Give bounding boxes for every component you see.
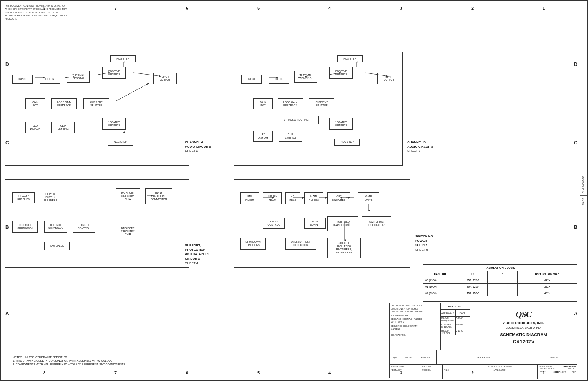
block-filter-a: FILTER	[40, 75, 60, 84]
col-marker-2: 2	[437, 6, 508, 11]
block-loop-gain-b: LOOP GAINFEEDBACK	[278, 98, 303, 109]
power-supply-container: EMIFILTER INRUSHRELAY ACRECT MAINFILTERS…	[234, 179, 410, 268]
vertical-sidebar: SH-024001-00 CAPS	[579, 1, 587, 380]
block-main-filters: MAINFILTERS	[304, 192, 323, 204]
tab-row3-f1: 15A, 250V	[467, 292, 479, 295]
title-block: UNLESS OTHERWISE SPECIFIED DIMENSIONS AR…	[389, 303, 577, 378]
col-marker-6: 6	[151, 6, 223, 11]
block-current-splitter-a: CURRENTSPLITTER	[83, 98, 109, 109]
row-marker-d-right: D	[574, 62, 577, 67]
block-switching-oscillator: SWITCHINGOSCILLATOR	[362, 216, 391, 231]
block-current-splitter-b: CURRENTSPLITTER	[309, 98, 334, 109]
col-marker-bot-7: 7	[80, 370, 151, 375]
block-dataport-ch-a: DATAPORTCIRCUITRYCH A	[116, 188, 140, 204]
col-marker-3: 3	[365, 6, 437, 11]
tabulation-block: TABULATION BLOCK DASH NO. F1 △ R321, 322…	[423, 264, 577, 302]
block-led-display-b: LEDDISPLAY	[253, 131, 273, 142]
block-isolated-rectifiers: ISOLATEDHIGH FREQRECTIFIERS,FILTER CAPS	[327, 238, 361, 258]
note-notes: NOTES: UNLESS OTHERWISE SPECIFIED	[13, 356, 209, 359]
notes-area: NOTES: UNLESS OTHERWISE SPECIFIED 1. THI…	[13, 356, 209, 366]
tab-row2-dash: -01 (100V)	[425, 285, 437, 288]
channel-b-container: INPUT FILTER THERMALSENSING POSITIVEOUTP…	[234, 52, 403, 166]
block-hd15-connector: HD-15DATAPORTCONNECTOR	[145, 188, 172, 204]
channel-b-label: CHANNEL BAUDIO CIRCUITSSHEET 3	[407, 140, 433, 153]
proprietary-notice: THIS DOCUMENT CONTAINS PROPRIETARY INFOR…	[3, 3, 69, 22]
block-pos-step-a: POS STEP	[110, 55, 136, 62]
col-marker-bot-4: 4	[294, 370, 365, 375]
col-marker-7: 7	[80, 6, 151, 11]
block-op-amp-supplies: OP-AMPSUPPLIES	[12, 192, 35, 203]
block-overcurrent-detection: OVERCURRENTDETECTION	[285, 238, 316, 250]
col-marker-1: 1	[508, 6, 579, 11]
block-negative-outputs-a: NEGATIVEOUTPUTS	[102, 118, 126, 130]
tab-header-r321: R321, 322, 326, 328 △	[535, 273, 559, 275]
block-thermal-sensing-a: THERMALSENSING	[67, 71, 90, 83]
wp-field: WP-024001-XX NEXT ASSY	[390, 365, 421, 379]
row-marker-b-right: B	[574, 224, 577, 230]
block-spkr-output-a: SPKROUTPUT	[153, 73, 177, 84]
block-input-b: INPUT	[241, 75, 262, 84]
row-marker-c-right: C	[574, 140, 577, 146]
block-gain-pot-b: GAINPOT	[253, 98, 273, 109]
block-filter-b: FILTER	[269, 75, 289, 84]
block-dc-fault-shutdown: DC FAULTSHUTDOWN	[12, 221, 38, 233]
block-shutdown-triggers: SHUTDOWNTRIGGERS	[240, 238, 266, 250]
tab-row3-dash: -02 (230V)	[425, 292, 437, 295]
col-marker-4: 4	[294, 6, 365, 11]
schematic-page: 8 7 6 5 4 3 2 1 8 7 6 5 4 3 2 1 D C B A …	[0, 0, 588, 381]
tab-row2-r321: 392K	[544, 285, 550, 288]
block-power-supply-bleeders: POWERSUPPLYBLEEDERS	[40, 190, 61, 205]
channel-a-container: INPUT FILTER THERMALSENSING POSITIVEOUTP…	[5, 52, 189, 166]
block-gain-pot-a: GAINPOT	[25, 98, 45, 109]
block-negative-outputs-b: NEGATIVEOUTPUTS	[329, 118, 353, 130]
block-to-mute-control: TO MUTECONTROL	[73, 221, 95, 233]
tab-row2-f1: 30A, 125V	[467, 285, 479, 288]
block-dataport-ch-b: DATAPORTCIRCUITRYCH B	[116, 224, 140, 239]
tab-row1-dash: -00 (120V)	[425, 279, 437, 282]
block-ac-rect: ACRECT	[285, 192, 300, 204]
block-thermal-sensing-b: THERMALSENSING	[294, 71, 317, 83]
switching-power-supply-label: SWITCHINGPOWERSUPPLYSHEET 5	[415, 234, 433, 252]
note-1: 1. THIS DRAWING USED IN CONJUNCTION WITH…	[13, 359, 209, 362]
drg-field: SCALE NONE CAD SEED FILE NO. SH-024001-0…	[538, 365, 577, 379]
approvals-column: PARTS LIST APPROVALS DATE DRAWNPAT QUILT…	[441, 303, 470, 350]
block-thermal-shutdown: THERMALSHUTDOWN	[44, 221, 67, 233]
block-neg-step-a: NEG STEP	[108, 139, 133, 146]
block-igbt-switches: IGBTSWITCHES	[327, 192, 350, 204]
block-bias-supply: BIASSUPPLY	[304, 218, 326, 229]
col-marker-5: 5	[223, 6, 294, 11]
tab-row1-r321: 487K	[544, 279, 550, 282]
block-positive-outputs-a: POSITIVEOUTPUTS	[102, 67, 126, 79]
vertical-drawing-no: SH-024001-00	[582, 176, 584, 194]
support-label: SUPPORT,PROTECTIONAND DATAPORTCIRCUITSSH…	[185, 243, 210, 265]
tabulation-title: TABULATION BLOCK	[485, 266, 515, 270]
bottom-row-1: QTY ITEM NO. PART NO. DESCRIPTION VENDOR	[390, 350, 577, 365]
block-input-a: INPUT	[12, 75, 33, 84]
vertical-caps: CAPS	[582, 198, 584, 205]
block-fan-speed: FAN SPEED	[44, 242, 70, 250]
block-br-mono-routing: BR MONO ROUTING	[274, 116, 319, 124]
block-neg-step-b: NEG STEP	[334, 139, 360, 146]
block-clip-limiting-a: CLIPLIMITING	[51, 122, 75, 133]
cx-field: CX 1202V USED ON	[421, 365, 443, 379]
block-gate-drive: GATEDRIVE	[358, 192, 379, 204]
channel-a-label: CHANNEL AAUDIO CIRCUITSSHEET 2	[185, 140, 211, 153]
col-markers-top: 8 7 6 5 4 3 2 1	[9, 5, 579, 12]
application-field: DO NOT SCALE DRAWING APPLICATION	[462, 365, 538, 379]
tolerances-column: UNLESS OTHERWISE SPECIFIED DIMENSIONS AR…	[390, 303, 441, 350]
row-marker-a: A	[5, 311, 9, 316]
col-marker-bot-5: 5	[223, 370, 294, 375]
block-loop-gain-a: LOOP GAINFEEDBACK	[51, 98, 77, 109]
bottom-row-2: WP-024001-XX NEXT ASSY CX 1202V USED ON …	[390, 365, 577, 379]
col-marker-bot-6: 6	[151, 370, 223, 375]
tab-header-f1: F1	[471, 273, 474, 275]
block-inrush-relay: INRUSHRELAY	[263, 192, 282, 204]
block-relay-control: RELAYCONTROL	[263, 218, 285, 229]
block-emi-filter: EMIFILTER	[240, 192, 259, 204]
block-led-display-a: LEDDISPLAY	[25, 122, 45, 133]
tab-row3-r321: 487K	[544, 292, 550, 295]
support-container: OP-AMPSUPPLIES POWERSUPPLYBLEEDERS DATAP…	[5, 179, 189, 268]
tab-row1-f1: 25A, 125V	[467, 279, 479, 282]
finish-field: FINISH	[443, 365, 462, 379]
block-high-freq-transformer: HIGH FREQTRANSFORMER	[327, 216, 358, 231]
